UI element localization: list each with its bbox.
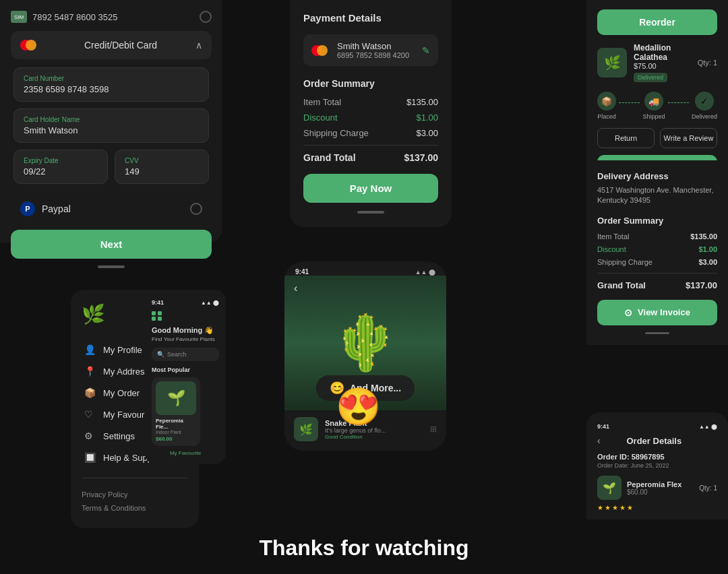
- mastercard-icon: [20, 39, 39, 51]
- product-price: $75.00: [634, 62, 691, 70]
- card-holder-label: Card Holder Name: [24, 116, 199, 123]
- grid-dot-1: [152, 311, 156, 315]
- return-button[interactable]: Return: [597, 128, 655, 148]
- star-5: ★: [627, 504, 633, 511]
- order-details-time: 9:41: [597, 423, 609, 430]
- payment-scroll-indicator: [357, 211, 384, 214]
- payment-mc-orange: [317, 45, 328, 56]
- back-arrow-icon[interactable]: ‹: [294, 282, 297, 294]
- track-shipped: 🚚 Shipped: [642, 92, 665, 120]
- grid-dot-3: [152, 317, 156, 321]
- credit-debit-row[interactable]: Credit/Debit Card ∧: [11, 31, 212, 59]
- search-icon: 🔍: [157, 351, 164, 358]
- grand-total-row: Grand Total $137.00: [303, 152, 438, 163]
- chevron-up-icon: ∧: [195, 40, 202, 51]
- product-info: Medallion Calathea $75.00 Delivered: [634, 43, 691, 82]
- item-total-label2: Item Total: [597, 232, 630, 241]
- card-number-label: Card Number: [24, 75, 199, 82]
- center-phone-header: 9:41 ▲▲ ⬤: [284, 261, 446, 276]
- order-date: Order Date: June 25, 2022: [597, 462, 717, 469]
- scroll-indicator: [98, 265, 125, 268]
- item-total-value2: $135.00: [690, 232, 717, 241]
- plant-card[interactable]: 🌱 Peperomia Fle... Indoor Plant $60.00: [152, 377, 200, 446]
- center-phone-time: 9:41: [295, 268, 309, 276]
- privacy-link[interactable]: Privacy Policy: [82, 488, 188, 501]
- card-number-field[interactable]: Card Number 2358 6589 8748 3598: [13, 67, 209, 102]
- delivered-label: Delivered: [692, 113, 717, 120]
- sim-icon: SIM: [11, 11, 27, 23]
- plant-image-small: 🌱: [156, 381, 196, 415]
- sidebar-settings-label: Settings: [103, 431, 135, 441]
- paypal-radio[interactable]: [190, 203, 202, 215]
- order-icon: 📦: [84, 387, 96, 398]
- star-1: ★: [597, 504, 603, 511]
- plant-type-small: Indoor Plant: [156, 430, 196, 435]
- card-radio-unselected[interactable]: [200, 11, 212, 23]
- expiry-value: 09/22: [24, 166, 98, 177]
- action-buttons-row: Return Write a Review: [597, 128, 717, 148]
- cvv-field[interactable]: CVV 149: [115, 150, 209, 184]
- delivery-title: Delivery Address: [597, 171, 717, 181]
- grand-total-value: $137.00: [404, 152, 438, 163]
- expiry-label: Expiry Date: [24, 157, 98, 164]
- card-holder-info: Smith Watson 6895 7852 5898 4200: [337, 41, 415, 59]
- grid-dot-2: [158, 311, 162, 315]
- tab-favourite[interactable]: My Favourite: [170, 450, 201, 456]
- order-summary-title2: Order Summary: [597, 216, 717, 226]
- order-item-row: 🌱 Peperomia Flex $60.00 Qty: 1: [597, 476, 717, 500]
- address-icon: 📍: [84, 366, 96, 377]
- snake-plant-img: 🌿: [294, 417, 318, 441]
- order-details-title: Order Details: [627, 436, 682, 446]
- item-total-row2: Item Total $135.00: [597, 232, 717, 241]
- pay-now-button[interactable]: Pay Now: [303, 174, 438, 203]
- order-item-qty: Qty: 1: [699, 484, 717, 492]
- edit-icon[interactable]: ✎: [422, 45, 430, 56]
- reorder-top-button[interactable]: Reorder: [597, 9, 717, 35]
- order-details-status: 9:41 ▲▲ ⬤: [597, 420, 717, 435]
- discount-value2: $1.00: [698, 245, 717, 253]
- summary-divider: [303, 145, 438, 146]
- order-item-info: Peperomia Flex $60.00: [627, 480, 694, 496]
- search-placeholder: Search: [167, 351, 187, 358]
- shipping-value: $3.00: [416, 128, 438, 138]
- payment-card-panel: SIM 7892 5487 8600 3525 Credit/Debit Car…: [0, 0, 222, 243]
- payment-card-number: 6895 7852 5898 4200: [337, 51, 415, 59]
- greeting-text: Good Morning 👋: [152, 326, 219, 335]
- most-popular-label: Most Popular: [152, 366, 219, 373]
- product-name: Medallion Calathea: [634, 43, 691, 62]
- snake-condition: Good Condition: [325, 434, 423, 440]
- item-total-value: $135.00: [406, 97, 438, 107]
- paypal-row[interactable]: P Paypal: [11, 193, 212, 224]
- mc-orange-circle: [26, 40, 36, 51]
- next-button[interactable]: Next: [11, 230, 212, 259]
- grand-value2: $137.00: [686, 280, 717, 290]
- search-bar[interactable]: 🔍 Search: [152, 348, 219, 361]
- settings-icon: ⚙: [84, 430, 96, 441]
- view-invoice-button[interactable]: ⊙ View Invoice: [597, 300, 717, 325]
- card-form: Card Number 2358 6589 8748 3598 Card Hol…: [11, 67, 212, 191]
- star-4: ★: [619, 504, 626, 511]
- inner-phone-panel: 9:41 ▲▲ ⬤ Good Morning 👋 Find Your Favou…: [145, 290, 226, 464]
- paypal-label: Paypal: [42, 203, 190, 214]
- add-plant-icon[interactable]: ⊞: [430, 424, 437, 434]
- grand-total-label: Grand Total: [303, 152, 356, 163]
- back-icon[interactable]: ‹: [597, 435, 601, 446]
- phone-status-icons: ▲▲ ⬤: [201, 300, 219, 306]
- order-details-icons: ▲▲ ⬤: [699, 424, 717, 430]
- delivered-icon: ✓: [695, 92, 714, 110]
- phone-tab-bar: My Favourite: [152, 446, 219, 457]
- invoice-icon: ⊙: [624, 307, 632, 318]
- expiry-cvv-row: Expiry Date 09/22 CVV 149: [13, 150, 209, 191]
- card-top-row: SIM 7892 5487 8600 3525: [11, 11, 212, 23]
- sidebar-profile-label: My Profile: [103, 345, 142, 355]
- order-details-header: ‹ Order Details: [597, 435, 717, 446]
- terms-link[interactable]: Terms & Conditions: [82, 501, 188, 515]
- favourite-icon: ♡: [84, 409, 96, 420]
- card-holder-field[interactable]: Card Holder Name Smith Watson: [13, 108, 209, 143]
- plant-price-small: $60.00: [156, 436, 196, 442]
- expiry-field[interactable]: Expiry Date 09/22: [13, 150, 108, 184]
- shipping-row: Shipping Charge $3.00: [303, 128, 438, 138]
- product-badge: Delivered: [634, 73, 667, 82]
- review-button[interactable]: Write a Review: [660, 128, 717, 148]
- thanks-text: Thanks for watching: [259, 536, 468, 561]
